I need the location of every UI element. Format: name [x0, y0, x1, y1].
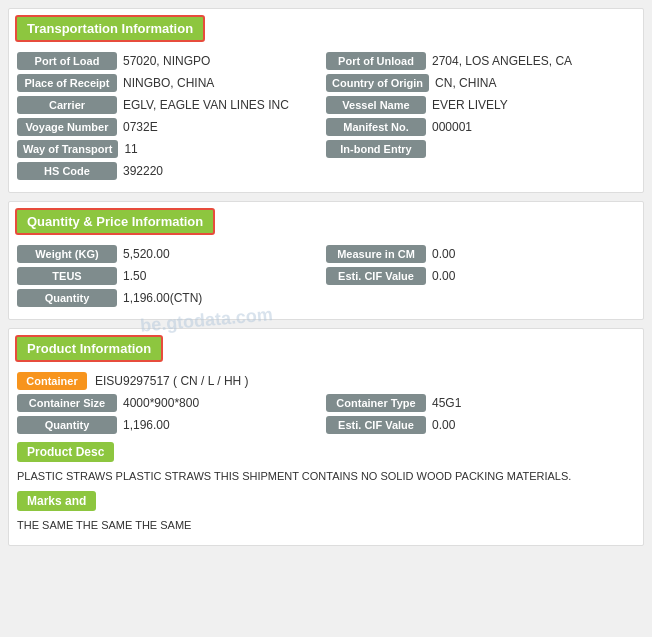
- value-container-size: 4000*900*800: [123, 396, 326, 410]
- transport-left-4: Way of Transport 11: [17, 140, 326, 158]
- label-weight: Weight (KG): [17, 245, 117, 263]
- marks-text: THE SAME THE SAME THE SAME: [17, 518, 635, 533]
- label-vessel-name: Vessel Name: [326, 96, 426, 114]
- label-place-of-receipt: Place of Receipt: [17, 74, 117, 92]
- product-left-0: Container Size 4000*900*800: [17, 394, 326, 412]
- quantity-left-0: Weight (KG) 5,520.00: [17, 245, 326, 263]
- transport-left-5: HS Code 392220: [17, 162, 326, 180]
- product-body: Container EISU9297517 ( CN / L / HH ) Co…: [9, 368, 643, 545]
- product-right-1: Esti. CIF Value 0.00: [326, 416, 635, 434]
- value-voyage-number: 0732E: [123, 120, 326, 134]
- quantity-header: Quantity & Price Information: [15, 208, 215, 235]
- product-section: Product Information Container EISU929751…: [8, 328, 644, 546]
- value-manifest-no: 000001: [432, 120, 635, 134]
- value-teus: 1.50: [123, 269, 326, 283]
- label-esti-cif-value-product: Esti. CIF Value: [326, 416, 426, 434]
- transport-row-0: Port of Load 57020, NINGPO Port of Unloa…: [17, 52, 635, 70]
- value-weight: 5,520.00: [123, 247, 326, 261]
- label-container-size: Container Size: [17, 394, 117, 412]
- product-desc-label: Product Desc: [17, 442, 114, 462]
- transport-row-4: Way of Transport 11 In-bond Entry: [17, 140, 635, 158]
- transport-right-3: Manifest No. 000001: [326, 118, 635, 136]
- value-quantity-product: 1,196.00: [123, 418, 326, 432]
- label-esti-cif-value-qty: Esti. CIF Value: [326, 267, 426, 285]
- container-value: EISU9297517 ( CN / L / HH ): [95, 374, 635, 388]
- transport-left-3: Voyage Number 0732E: [17, 118, 326, 136]
- transportation-body: Port of Load 57020, NINGPO Port of Unloa…: [9, 48, 643, 192]
- product-right-0: Container Type 45G1: [326, 394, 635, 412]
- value-hs-code: 392220: [123, 164, 326, 178]
- label-hs-code: HS Code: [17, 162, 117, 180]
- value-vessel-name: EVER LIVELY: [432, 98, 635, 112]
- product-header: Product Information: [15, 335, 163, 362]
- transport-left-1: Place of Receipt NINGBO, CHINA: [17, 74, 326, 92]
- transport-row-3: Voyage Number 0732E Manifest No. 000001: [17, 118, 635, 136]
- transport-row-2: Carrier EGLV, EAGLE VAN LINES INC Vessel…: [17, 96, 635, 114]
- value-measure-in-cm: 0.00: [432, 247, 635, 261]
- transport-right-0: Port of Unload 2704, LOS ANGELES, CA: [326, 52, 635, 70]
- label-quantity-product: Quantity: [17, 416, 117, 434]
- label-port-of-unload: Port of Unload: [326, 52, 426, 70]
- container-row: Container EISU9297517 ( CN / L / HH ): [17, 372, 635, 390]
- transportation-header: Transportation Information: [15, 15, 205, 42]
- label-quantity-qty: Quantity: [17, 289, 117, 307]
- value-place-of-receipt: NINGBO, CHINA: [123, 76, 326, 90]
- quantity-body: Weight (KG) 5,520.00 Measure in CM 0.00 …: [9, 241, 643, 319]
- label-way-of-transport: Way of Transport: [17, 140, 118, 158]
- value-esti-cif-value-product: 0.00: [432, 418, 635, 432]
- transport-right-4: In-bond Entry: [326, 140, 635, 158]
- value-container-type: 45G1: [432, 396, 635, 410]
- label-measure-in-cm: Measure in CM: [326, 245, 426, 263]
- transport-left-2: Carrier EGLV, EAGLE VAN LINES INC: [17, 96, 326, 114]
- value-quantity-qty: 1,196.00(CTN): [123, 291, 326, 305]
- label-in-bond-entry: In-bond Entry: [326, 140, 426, 158]
- label-container-type: Container Type: [326, 394, 426, 412]
- value-country-of-origin: CN, CHINA: [435, 76, 635, 90]
- quantity-row-0: Weight (KG) 5,520.00 Measure in CM 0.00: [17, 245, 635, 263]
- quantity-row-1: TEUS 1.50 Esti. CIF Value 0.00: [17, 267, 635, 285]
- label-voyage-number: Voyage Number: [17, 118, 117, 136]
- marks-row: Marks and THE SAME THE SAME THE SAME: [17, 487, 635, 533]
- label-teus: TEUS: [17, 267, 117, 285]
- quantity-right-0: Measure in CM 0.00: [326, 245, 635, 263]
- quantity-section: Quantity & Price Information Weight (KG)…: [8, 201, 644, 320]
- label-port-of-load: Port of Load: [17, 52, 117, 70]
- product-desc-row: Product Desc PLASTIC STRAWS PLASTIC STRA…: [17, 438, 635, 484]
- label-country-of-origin: Country of Origin: [326, 74, 429, 92]
- transport-right-2: Vessel Name EVER LIVELY: [326, 96, 635, 114]
- page-wrapper: be.gtodata.com Transportation Informatio…: [0, 0, 652, 562]
- label-manifest-no: Manifest No.: [326, 118, 426, 136]
- product-left-1: Quantity 1,196.00: [17, 416, 326, 434]
- quantity-row-2: Quantity 1,196.00(CTN): [17, 289, 635, 307]
- label-carrier: Carrier: [17, 96, 117, 114]
- product-row-1: Quantity 1,196.00 Esti. CIF Value 0.00: [17, 416, 635, 434]
- marks-label: Marks and: [17, 491, 96, 511]
- quantity-left-2: Quantity 1,196.00(CTN): [17, 289, 326, 307]
- value-port-of-load: 57020, NINGPO: [123, 54, 326, 68]
- product-desc-text: PLASTIC STRAWS PLASTIC STRAWS THIS SHIPM…: [17, 469, 635, 484]
- transport-row-1: Place of Receipt NINGBO, CHINA Country o…: [17, 74, 635, 92]
- transport-row-5: HS Code 392220: [17, 162, 635, 180]
- product-row-0: Container Size 4000*900*800 Container Ty…: [17, 394, 635, 412]
- transportation-section: Transportation Information Port of Load …: [8, 8, 644, 193]
- transport-left-0: Port of Load 57020, NINGPO: [17, 52, 326, 70]
- container-badge: Container: [17, 372, 87, 390]
- transport-right-1: Country of Origin CN, CHINA: [326, 74, 635, 92]
- value-carrier: EGLV, EAGLE VAN LINES INC: [123, 98, 326, 112]
- quantity-left-1: TEUS 1.50: [17, 267, 326, 285]
- value-way-of-transport: 11: [124, 142, 326, 156]
- value-esti-cif-value-qty: 0.00: [432, 269, 635, 283]
- value-port-of-unload: 2704, LOS ANGELES, CA: [432, 54, 635, 68]
- quantity-right-1: Esti. CIF Value 0.00: [326, 267, 635, 285]
